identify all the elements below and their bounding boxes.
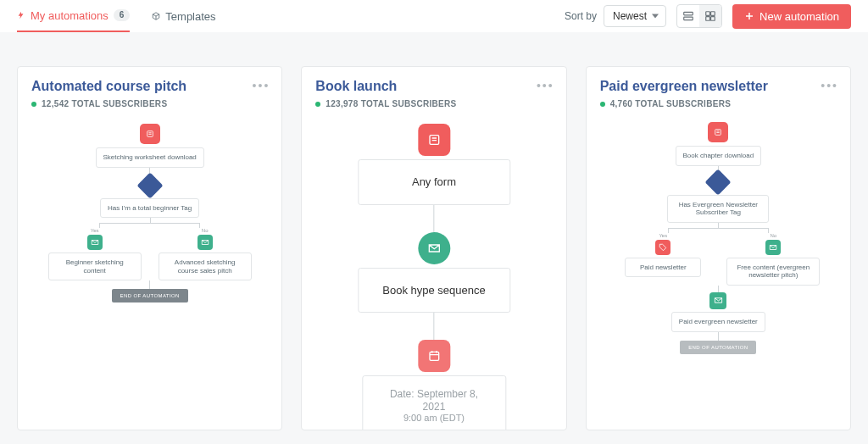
bolt-icon xyxy=(17,11,25,19)
svg-rect-0 xyxy=(684,12,693,15)
end-node: END OF AUTOMATION xyxy=(112,289,188,302)
form-icon xyxy=(418,124,450,156)
date-line: Date: September 8, 2021 xyxy=(381,388,487,413)
status-dot-icon xyxy=(600,102,605,107)
svg-rect-3 xyxy=(711,12,715,16)
view-toggle xyxy=(676,4,722,28)
automation-grid: ••• Automated course pitch 12,542 TOTAL … xyxy=(0,32,868,444)
tab-label: Templates xyxy=(165,10,215,23)
topbar-right: Sort by Newest New automation xyxy=(565,4,851,29)
sort-control: Sort by Newest xyxy=(565,5,666,27)
flow-node: Any form xyxy=(358,159,510,205)
status-dot-icon xyxy=(315,102,320,107)
view-grid-button[interactable] xyxy=(699,5,721,27)
card-header: Automated course pitch xyxy=(18,67,281,99)
card-menu-button[interactable]: ••• xyxy=(537,79,554,92)
card-header: Book launch xyxy=(302,67,565,99)
svg-rect-4 xyxy=(706,17,710,21)
card-title: Book launch xyxy=(315,79,552,94)
tab-my-automations[interactable]: My automations 6 xyxy=(17,0,130,32)
branch-yes-label: Yes xyxy=(659,233,667,238)
condition-icon xyxy=(705,169,732,195)
svg-rect-2 xyxy=(706,12,710,16)
svg-rect-8 xyxy=(430,352,439,361)
new-automation-button[interactable]: New automation xyxy=(732,4,851,29)
list-icon xyxy=(682,10,694,22)
flow-preview: Book chapter download Has Evergreen News… xyxy=(587,119,850,430)
view-list-button[interactable] xyxy=(677,5,699,27)
flow-node: Beginner sketching content xyxy=(48,253,142,280)
topbar: My automations 6 Templates Sort by Newes… xyxy=(0,0,868,32)
card-title: Paid evergreen newsletter xyxy=(600,79,837,94)
card-menu-button[interactable]: ••• xyxy=(821,79,838,92)
form-icon xyxy=(140,124,160,144)
flow-preview: Any form Book hype sequence Date: Septem… xyxy=(302,119,565,430)
card-menu-button[interactable]: ••• xyxy=(253,79,270,92)
card-subscribers: 123,978 TOTAL SUBSCRIBERS xyxy=(302,99,565,119)
flow-node: Advanced sketching course sales pitch xyxy=(159,253,252,280)
sequence-icon xyxy=(87,235,103,250)
sort-value: Newest xyxy=(613,10,647,22)
flow-node: Paid newsletter xyxy=(625,258,701,278)
branch-pair: Yes Beginner sketching content No Advanc… xyxy=(48,228,252,280)
sequence-icon xyxy=(418,232,450,264)
tabs: My automations 6 Templates xyxy=(17,0,216,32)
grid-icon xyxy=(704,10,716,22)
branch-no-label: No xyxy=(202,228,209,233)
tab-label: My automations xyxy=(31,9,108,22)
flow-node: Book chapter download xyxy=(676,146,762,166)
form-icon xyxy=(708,122,728,142)
flow-node: Date: September 8, 2021 9:00 am (EDT) xyxy=(362,375,506,430)
condition-icon xyxy=(136,172,163,198)
new-automation-label: New automation xyxy=(760,10,839,23)
flow-node: Free content (evergreen newsletter pitch… xyxy=(726,258,820,286)
automation-card[interactable]: ••• Paid evergreen newsletter 4,760 TOTA… xyxy=(586,66,851,430)
date-icon xyxy=(418,340,450,372)
automation-card[interactable]: ••• Book launch 123,978 TOTAL SUBSCRIBER… xyxy=(301,66,566,430)
card-title: Automated course pitch xyxy=(31,79,268,94)
svg-rect-1 xyxy=(684,17,693,20)
svg-rect-5 xyxy=(711,17,715,21)
sort-select[interactable]: Newest xyxy=(604,5,666,27)
cube-icon xyxy=(152,12,160,20)
branch-no-label: No xyxy=(770,233,776,238)
card-subscribers: 4,760 TOTAL SUBSCRIBERS xyxy=(587,99,850,119)
plus-icon xyxy=(744,11,754,21)
time-line: 9:00 am (EDT) xyxy=(381,413,487,424)
automation-card[interactable]: ••• Automated course pitch 12,542 TOTAL … xyxy=(17,66,282,430)
tag-icon xyxy=(655,240,670,255)
subscriber-count: 4,760 TOTAL SUBSCRIBERS xyxy=(610,99,732,108)
sequence-icon xyxy=(198,235,213,250)
branch xyxy=(78,218,222,228)
sequence-icon xyxy=(709,292,726,309)
branch-yes-label: Yes xyxy=(91,228,99,233)
flow-node: Has I'm a total beginner Tag xyxy=(100,198,199,219)
flow-node: Sketching worksheet download xyxy=(96,147,204,168)
sort-label: Sort by xyxy=(565,10,597,22)
flow-node: Has Evergreen Newsletter Subscriber Tag xyxy=(667,195,769,223)
end-node: END OF AUTOMATION xyxy=(680,341,756,354)
tab-count-badge: 6 xyxy=(114,9,131,21)
sequence-icon xyxy=(765,240,781,255)
card-subscribers: 12,542 TOTAL SUBSCRIBERS xyxy=(18,99,281,119)
flow-node: Paid evergreen newsletter xyxy=(671,312,765,332)
card-header: Paid evergreen newsletter xyxy=(587,67,850,99)
branch xyxy=(646,223,790,233)
flow-node: Book hype sequence xyxy=(358,268,510,314)
branch-pair: Yes Paid newsletter No Free content (eve… xyxy=(616,233,820,286)
subscriber-count: 123,978 TOTAL SUBSCRIBERS xyxy=(326,99,456,108)
subscriber-count: 12,542 TOTAL SUBSCRIBERS xyxy=(42,99,167,108)
status-dot-icon xyxy=(31,102,36,107)
tab-templates[interactable]: Templates xyxy=(152,0,215,32)
flow-preview: Sketching worksheet download Has I'm a t… xyxy=(18,119,281,430)
